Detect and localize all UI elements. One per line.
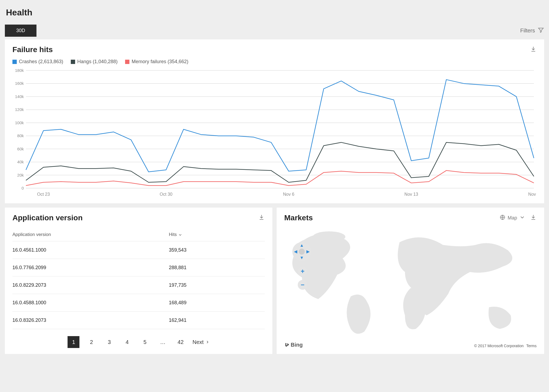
pan-down-icon[interactable]: ▼ <box>300 255 304 260</box>
page-ellipsis: … <box>157 336 169 348</box>
svg-text:80k: 80k <box>17 133 24 138</box>
map-attribution: © 2017 Microsoft Corporation <box>474 344 524 348</box>
chevron-down-icon <box>519 214 525 222</box>
time-range-button[interactable]: 30D <box>5 25 36 37</box>
table-row[interactable]: 16.0.4561.1000359,543 <box>12 241 265 259</box>
svg-text:20k: 20k <box>17 173 24 177</box>
page-button[interactable]: 42 <box>175 336 186 348</box>
markets-card: Markets Map <box>277 208 544 354</box>
failure-hits-chart: 020k40k60k80k100k120k140k160k180kOct 23O… <box>12 68 537 197</box>
pan-center[interactable] <box>299 249 305 255</box>
cell-hits: 168,489 <box>169 300 265 306</box>
svg-text:160k: 160k <box>15 81 24 86</box>
svg-text:Nov 6: Nov 6 <box>283 192 294 197</box>
svg-text:0: 0 <box>22 186 24 190</box>
legend-swatch <box>12 60 17 64</box>
application-version-title: Application version <box>12 214 83 222</box>
svg-text:60k: 60k <box>17 147 24 151</box>
page-button[interactable]: 2 <box>85 336 97 348</box>
cell-version: 16.0.8229.2073 <box>12 282 169 288</box>
page-title: Health <box>6 8 544 18</box>
failure-hits-card: Failure hits Crashes (2,613,863) Hangs (… <box>5 39 544 203</box>
svg-text:Oct 23: Oct 23 <box>37 192 50 197</box>
map-toggle-label: Map <box>508 215 517 221</box>
page-next-button[interactable]: Next <box>192 339 209 345</box>
legend-label: Memory failures (354,662) <box>132 59 188 65</box>
svg-text:140k: 140k <box>15 94 24 99</box>
table-row[interactable]: 16.0.7766.2099288,881 <box>12 259 265 276</box>
svg-point-26 <box>313 231 345 242</box>
svg-text:Nov 2: Nov 2 <box>528 192 537 197</box>
pan-up-icon[interactable]: ▲ <box>300 243 304 248</box>
legend-crashes[interactable]: Crashes (2,613,863) <box>12 59 63 65</box>
map-nav-pad[interactable]: ▲ ◀ ▶ ▼ <box>292 242 311 261</box>
download-markets-button[interactable] <box>530 214 537 222</box>
chart-legend: Crashes (2,613,863) Hangs (1,040,288) Me… <box>12 59 537 65</box>
legend-label: Crashes (2,613,863) <box>19 59 63 65</box>
table-header: Application version Hits <box>12 228 265 241</box>
svg-text:100k: 100k <box>15 120 24 125</box>
download-chart-button[interactable] <box>530 46 537 53</box>
table-row[interactable]: 16.0.8229.2073197,735 <box>12 276 265 294</box>
cell-version: 16.0.4588.1000 <box>12 300 169 306</box>
svg-text:Oct 30: Oct 30 <box>160 192 172 197</box>
map-toggle[interactable]: Map <box>500 214 525 222</box>
markets-title: Markets <box>284 214 313 222</box>
bing-logo: Bing <box>284 342 303 348</box>
cell-version: 16.0.7766.2099 <box>12 265 169 271</box>
page-button[interactable]: 4 <box>121 336 133 348</box>
download-versions-button[interactable] <box>258 214 265 222</box>
cell-version: 16.0.4561.1000 <box>12 247 169 253</box>
legend-swatch <box>71 60 75 64</box>
cell-hits: 288,881 <box>169 265 265 271</box>
page-button[interactable]: 3 <box>103 336 115 348</box>
legend-hangs[interactable]: Hangs (1,040,288) <box>71 59 118 65</box>
pagination: 12345…42Next <box>12 336 265 348</box>
filters-button[interactable]: Filters <box>520 27 544 35</box>
legend-memory[interactable]: Memory failures (354,662) <box>125 59 188 65</box>
pan-right-icon[interactable]: ▶ <box>306 249 310 254</box>
legend-swatch <box>125 60 129 64</box>
svg-text:120k: 120k <box>15 107 24 112</box>
cell-hits: 197,735 <box>169 282 265 288</box>
col-version-header[interactable]: Application version <box>12 232 169 237</box>
svg-text:180k: 180k <box>15 68 24 73</box>
failure-hits-title: Failure hits <box>12 45 53 54</box>
topbar: 30D Filters <box>5 25 544 37</box>
map-footer: Bing © 2017 Microsoft Corporation Terms <box>284 342 537 348</box>
legend-label: Hangs (1,040,288) <box>77 59 118 65</box>
globe-icon <box>500 214 506 222</box>
zoom-in-button[interactable]: + <box>298 266 307 276</box>
application-version-table: Application version Hits 16.0.4561.10003… <box>12 228 265 329</box>
cell-version: 16.0.8326.2073 <box>12 317 169 323</box>
markets-map[interactable]: ▲ ◀ ▶ ▼ + − <box>284 226 537 340</box>
filters-label: Filters <box>520 28 535 34</box>
page-button[interactable]: 1 <box>68 336 79 348</box>
svg-text:40k: 40k <box>17 160 24 164</box>
filter-icon <box>538 27 544 35</box>
chevron-down-icon <box>178 232 182 237</box>
table-row[interactable]: 16.0.8326.2073162,941 <box>12 312 265 329</box>
pan-left-icon[interactable]: ◀ <box>294 249 297 254</box>
page-button[interactable]: 5 <box>139 336 151 348</box>
application-version-card: Application version Application version … <box>5 208 272 354</box>
zoom-out-button[interactable]: − <box>298 280 307 290</box>
svg-text:Nov 13: Nov 13 <box>404 192 418 197</box>
col-hits-header[interactable]: Hits <box>169 232 265 237</box>
map-terms-link[interactable]: Terms <box>526 344 537 348</box>
cell-hits: 162,941 <box>169 317 265 323</box>
table-row[interactable]: 16.0.4588.1000168,489 <box>12 294 265 312</box>
cell-hits: 359,543 <box>169 247 265 253</box>
